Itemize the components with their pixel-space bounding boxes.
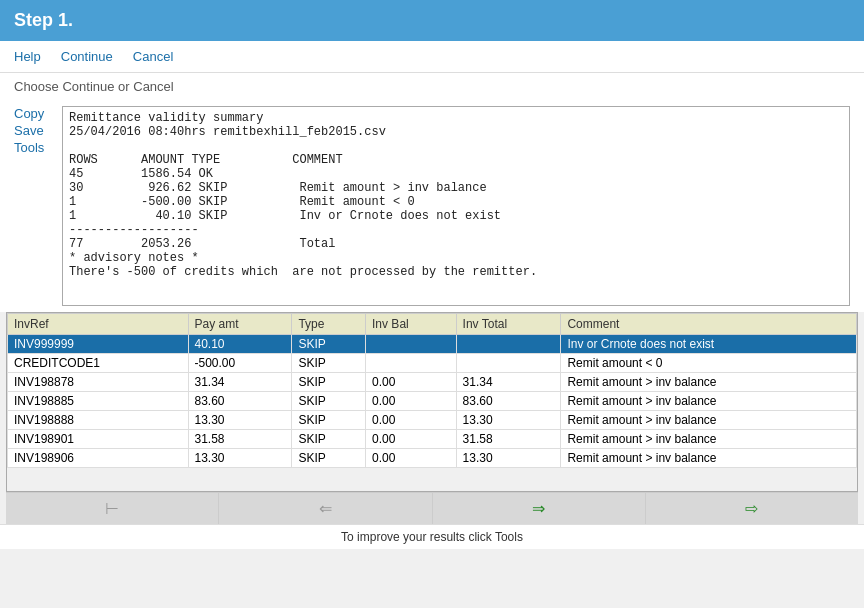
table-row[interactable]: INV19890613.30SKIP0.0013.30Remit amount … bbox=[8, 449, 857, 468]
cell-invref: INV198901 bbox=[8, 430, 189, 449]
save-link[interactable]: Save bbox=[14, 123, 54, 138]
cell-comment: Remit amount > inv balance bbox=[561, 449, 857, 468]
col-payamt: Pay amt bbox=[188, 314, 292, 335]
col-type: Type bbox=[292, 314, 366, 335]
cell-invbal: 0.00 bbox=[366, 430, 457, 449]
menu-bar: Help Continue Cancel bbox=[0, 41, 864, 73]
cell-type: SKIP bbox=[292, 430, 366, 449]
instruction-text: Choose Continue or Cancel bbox=[0, 73, 864, 100]
cell-invref: INV198888 bbox=[8, 411, 189, 430]
footer-text: To improve your results click Tools bbox=[341, 530, 523, 544]
next-button[interactable]: ⇒ bbox=[433, 493, 646, 524]
cell-comment: Remit amount > inv balance bbox=[561, 392, 857, 411]
cell-comment: Inv or Crnote does not exist bbox=[561, 335, 857, 354]
cell-payamt: 13.30 bbox=[188, 411, 292, 430]
cell-type: SKIP bbox=[292, 354, 366, 373]
cell-invref: INV198885 bbox=[8, 392, 189, 411]
cell-invbal: 0.00 bbox=[366, 392, 457, 411]
table-row[interactable]: INV19890131.58SKIP0.0031.58Remit amount … bbox=[8, 430, 857, 449]
cell-payamt: 83.60 bbox=[188, 392, 292, 411]
title-bar: Step 1. bbox=[0, 0, 864, 41]
cell-invtotal: 31.34 bbox=[456, 373, 561, 392]
cell-invbal: 0.00 bbox=[366, 373, 457, 392]
last-button[interactable]: ⇨ bbox=[646, 493, 858, 524]
cell-invtotal: 13.30 bbox=[456, 411, 561, 430]
cell-invtotal: 83.60 bbox=[456, 392, 561, 411]
continue-link[interactable]: Continue bbox=[61, 49, 113, 64]
col-invbal: Inv Bal bbox=[366, 314, 457, 335]
cell-invtotal bbox=[456, 335, 561, 354]
table-row[interactable]: CREDITCODE1-500.00SKIPRemit amount < 0 bbox=[8, 354, 857, 373]
nav-bar: ⊢ ⇐ ⇒ ⇨ bbox=[6, 492, 858, 524]
cell-comment: Remit amount > inv balance bbox=[561, 430, 857, 449]
table-row[interactable]: INV99999940.10SKIPInv or Crnote does not… bbox=[8, 335, 857, 354]
help-link[interactable]: Help bbox=[14, 49, 41, 64]
cell-comment: Remit amount > inv balance bbox=[561, 411, 857, 430]
table-row[interactable]: INV19888813.30SKIP0.0013.30Remit amount … bbox=[8, 411, 857, 430]
first-button[interactable]: ⊢ bbox=[6, 493, 219, 524]
cell-type: SKIP bbox=[292, 411, 366, 430]
cell-type: SKIP bbox=[292, 373, 366, 392]
cell-invtotal bbox=[456, 354, 561, 373]
cell-comment: Remit amount > inv balance bbox=[561, 373, 857, 392]
cell-invref: INV198878 bbox=[8, 373, 189, 392]
data-table: InvRef Pay amt Type Inv Bal Inv Total Co… bbox=[7, 313, 857, 468]
cell-payamt: 31.34 bbox=[188, 373, 292, 392]
summary-textbox[interactable] bbox=[62, 106, 850, 306]
table-row[interactable]: INV19888583.60SKIP0.0083.60Remit amount … bbox=[8, 392, 857, 411]
prev-button[interactable]: ⇐ bbox=[219, 493, 432, 524]
table-header-row: InvRef Pay amt Type Inv Bal Inv Total Co… bbox=[8, 314, 857, 335]
col-invref: InvRef bbox=[8, 314, 189, 335]
main-content: Copy Save Tools bbox=[0, 100, 864, 312]
table-wrapper[interactable]: InvRef Pay amt Type Inv Bal Inv Total Co… bbox=[6, 312, 858, 492]
cancel-link[interactable]: Cancel bbox=[133, 49, 173, 64]
cell-comment: Remit amount < 0 bbox=[561, 354, 857, 373]
tools-link[interactable]: Tools bbox=[14, 140, 54, 155]
cell-invtotal: 13.30 bbox=[456, 449, 561, 468]
cell-payamt: 31.58 bbox=[188, 430, 292, 449]
cell-type: SKIP bbox=[292, 392, 366, 411]
cell-payamt: 13.30 bbox=[188, 449, 292, 468]
cell-invref: INV999999 bbox=[8, 335, 189, 354]
cell-payamt: 40.10 bbox=[188, 335, 292, 354]
cell-payamt: -500.00 bbox=[188, 354, 292, 373]
title-text: Step 1. bbox=[14, 10, 73, 30]
cell-invbal bbox=[366, 335, 457, 354]
cell-type: SKIP bbox=[292, 449, 366, 468]
table-row[interactable]: INV19887831.34SKIP0.0031.34Remit amount … bbox=[8, 373, 857, 392]
cell-type: SKIP bbox=[292, 335, 366, 354]
cell-invbal: 0.00 bbox=[366, 411, 457, 430]
cell-invbal: 0.00 bbox=[366, 449, 457, 468]
table-body: INV99999940.10SKIPInv or Crnote does not… bbox=[8, 335, 857, 468]
side-tools: Copy Save Tools bbox=[14, 106, 54, 306]
copy-link[interactable]: Copy bbox=[14, 106, 54, 121]
col-comment: Comment bbox=[561, 314, 857, 335]
footer: To improve your results click Tools bbox=[0, 524, 864, 549]
col-invtotal: Inv Total bbox=[456, 314, 561, 335]
cell-invtotal: 31.58 bbox=[456, 430, 561, 449]
cell-invref: INV198906 bbox=[8, 449, 189, 468]
cell-invref: CREDITCODE1 bbox=[8, 354, 189, 373]
cell-invbal bbox=[366, 354, 457, 373]
